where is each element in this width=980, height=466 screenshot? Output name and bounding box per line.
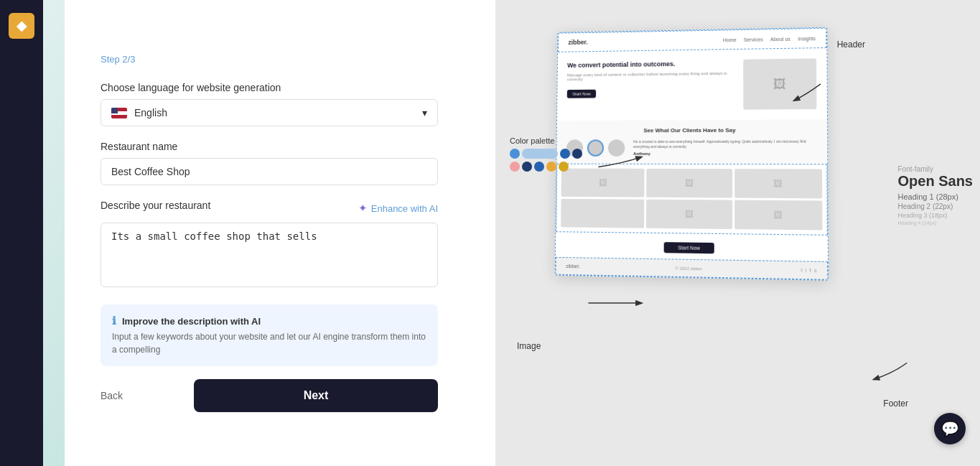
language-select-inner: English [111, 107, 167, 118]
mockup-footer-icons: t i f s [801, 268, 817, 274]
color-swatch-7 [534, 162, 544, 172]
mockup-nav: Home Services About us Insights [723, 36, 816, 42]
left-panel: Step 2/3 Choose language for website gen… [43, 0, 495, 466]
mockup-avatar-right [608, 139, 625, 157]
mockup-hero-text: We convert potential into outcomes. Mana… [567, 60, 738, 111]
language-group: Choose language for website generation E… [101, 82, 438, 126]
mockup-footer: zibber. © 2022 zibber t i f s [556, 257, 829, 280]
mockup-logo: zibber. [568, 39, 587, 46]
mockup-hero-sub: Manage every kind of content or collecti… [567, 70, 737, 81]
color-swatch-5 [510, 162, 520, 172]
enhance-ai-link[interactable]: ✦ Enhance with AI [358, 202, 438, 215]
bottom-actions: Back Next [101, 379, 438, 412]
font-annotation: Font-family Open Sans Heading 1 (28px) H… [898, 165, 973, 225]
mockup-nav-services: Services [744, 37, 763, 42]
mockup-nav-about: About us [770, 36, 790, 41]
chat-button[interactable]: 💬 [934, 413, 966, 444]
mockup-img-4 [561, 199, 645, 228]
describe-group: Describe your restaurant ✦ Enhance with … [101, 200, 438, 290]
mockup-hero-image: 🖼 [743, 58, 816, 109]
color-palette-label: Color palette [510, 136, 582, 145]
mockup-footer-copy: © 2022 zibber [676, 266, 703, 271]
restaurant-name-input[interactable] [101, 158, 438, 185]
language-value: English [134, 107, 167, 118]
next-button[interactable]: Next [194, 379, 438, 412]
color-swatch-8 [546, 162, 556, 172]
twitter-icon: t [801, 268, 803, 273]
ai-hint-box: ℹ Improve the description with AI Input … [101, 304, 438, 366]
mockup-hero-btn: Start Now [567, 89, 597, 98]
dropdown-arrow-icon: ▾ [422, 107, 427, 118]
color-swatch-4 [572, 149, 582, 159]
restaurant-name-group: Restaurant name [101, 141, 438, 185]
language-label: Choose language for website generation [101, 82, 438, 93]
website-mockup: zibber. Home Services About us Insights … [555, 27, 829, 281]
mockup-nav-insights: Insights [798, 36, 816, 41]
mockup-image-grid: 🖼 🖼 🖼 🖼 🖼 [556, 164, 828, 236]
describe-label: Describe your restaurant [101, 200, 210, 211]
social-icon-4: s [814, 268, 817, 273]
color-swatch-6 [522, 162, 532, 172]
ai-hint-title: ℹ Improve the description with AI [112, 314, 426, 327]
mockup-footer-logo: zibber. [566, 264, 580, 269]
color-swatch-2 [522, 149, 558, 159]
mockup-hero-title: We convert potential into outcomes. [567, 60, 737, 70]
color-swatch-9 [559, 162, 569, 172]
font-family-name: Open Sans [898, 173, 973, 190]
mockup-hero: We convert potential into outcomes. Mana… [557, 48, 827, 121]
font-h3: Heading 3 (18px) [898, 212, 973, 219]
info-icon: ℹ [112, 314, 116, 327]
header-annotation: Header [837, 39, 865, 50]
color-swatches-row2 [510, 162, 582, 172]
describe-header: Describe your restaurant ✦ Enhance with … [101, 200, 438, 217]
facebook-icon: f [810, 268, 811, 273]
step-label: Step 2/3 [101, 54, 438, 65]
font-h4: Heading 4 (14px) [898, 220, 973, 225]
language-select[interactable]: English ▾ [101, 99, 438, 126]
sidebar-logo[interactable]: ◆ [9, 13, 34, 39]
enhance-label: Enhance with AI [371, 203, 438, 214]
mockup-img-2: 🖼 [647, 169, 732, 198]
mockup-img-3: 🖼 [734, 169, 822, 198]
mockup-quote: He is trusted is able to see everything … [633, 139, 817, 149]
font-family-label: Font-family [898, 165, 973, 173]
back-link[interactable]: Back [101, 390, 123, 401]
color-swatch-1 [510, 149, 520, 159]
mockup-section-title: See What Our Clients Have to Say [566, 126, 816, 134]
sparkle-icon: ✦ [358, 202, 368, 215]
ai-hint-text: Input a few keywords about your website … [112, 330, 426, 356]
instagram-icon: i [806, 268, 807, 273]
sidebar: ◆ [0, 0, 43, 466]
mockup-avatar-center [587, 139, 604, 157]
image-annotation: Image [517, 341, 541, 351]
color-swatch-3 [560, 149, 570, 159]
mockup-testimonial-section: See What Our Clients Have to Say He is t… [556, 119, 827, 164]
left-panel-bg-decoration [43, 0, 65, 466]
mockup-img-5: 🖼 [646, 200, 732, 229]
mockup-testimonial: He is trusted is able to see everything … [566, 139, 817, 157]
font-h1: Heading 1 (28px) [898, 192, 973, 201]
mockup-nav-home: Home [723, 37, 737, 42]
describe-textarea[interactable]: Its a small coffee shop that sells [101, 223, 438, 287]
right-panel: zibber. Home Services About us Insights … [495, 0, 980, 466]
restaurant-name-label: Restaurant name [101, 141, 438, 152]
mockup-author: Anthony [633, 152, 817, 156]
mockup-cta-btn: Start Now [663, 242, 714, 253]
color-palette-annotation: Color palette [510, 136, 582, 174]
color-swatches-row1 [510, 149, 582, 159]
flag-icon [111, 108, 127, 118]
preview-container: zibber. Home Services About us Insights … [495, 0, 980, 466]
footer-annotation: Footer [883, 399, 908, 409]
mockup-img-6: 🖼 [734, 200, 823, 230]
font-h2: Heading 2 (22px) [898, 202, 973, 210]
